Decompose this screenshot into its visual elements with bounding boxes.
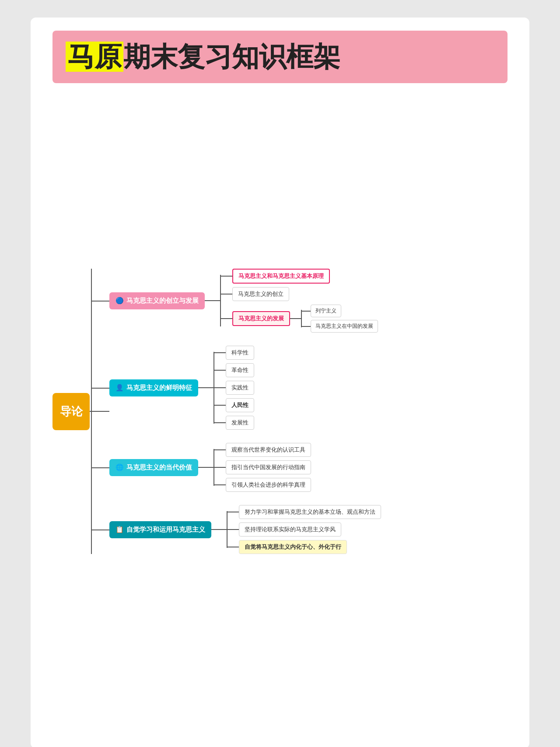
b2-l2-3: 实践性 <box>226 381 254 395</box>
b4-l2-2: 坚持理论联系实际的马克思主义学风 <box>239 523 341 537</box>
branch-1: 🔵 马克思主义的创立与发展 马克思主义和马克思主义基本原理 <box>109 269 508 333</box>
b1-l2-3: 马克思主义的发展 <box>232 311 290 326</box>
b1-l2-1: 马克思主义和马克思主义基本原理 <box>232 269 330 284</box>
b3-l2-items: 观察当代世界变化的认识工具 指引当代中国发展的行动指南 引领人类社会进步的科学真… <box>214 443 311 492</box>
b4-l2-3: 自觉将马克思主义内化于心、外化于行 <box>239 540 347 554</box>
b4-l2-items: 努力学习和掌握马克思主义的基本立场、观点和方法 坚持理论联系实际的马克思主义学风… <box>227 505 381 554</box>
branch-3: 🌐 马克思主义的当代价值 观察当代世界变化的认识工具 <box>109 443 508 492</box>
b1-l3-2: 马克思主义在中国的发展 <box>311 320 378 333</box>
l1-node-1: 🔵 马克思主义的创立与发展 <box>109 292 205 309</box>
b2-l2-1: 科学性 <box>226 346 254 360</box>
branch-2: 👤 马克思主义的鲜明特征 科学性 <box>109 346 508 430</box>
l1-node-2: 👤 马克思主义的鲜明特征 <box>109 379 198 396</box>
b2-l2-items: 科学性 革命性 实践性 <box>214 346 254 430</box>
b1-label: 马克思主义的创立与发展 <box>126 297 199 305</box>
b4-l2-1: 努力学习和掌握马克思主义的基本立场、观点和方法 <box>239 505 381 519</box>
b1-l3-row-2: 马克思主义在中国的发展 <box>301 320 378 333</box>
b4-icon: 📋 <box>116 526 124 533</box>
b2-l2-2: 革命性 <box>226 363 254 377</box>
b3-l2-2: 指引当代中国发展的行动指南 <box>226 460 311 474</box>
b2-l2-5: 发展性 <box>226 416 254 430</box>
branches-col: 🔵 马克思主义的创立与发展 马克思主义和马克思主义基本原理 <box>109 269 508 554</box>
b1-l2-2: 马克思主义的创立 <box>232 287 289 301</box>
mindmap-container: 导论 🔵 马克思主义的创立与发展 <box>52 101 508 722</box>
b2-icon: 👤 <box>116 384 124 392</box>
b1-l2-items: 马克思主义和马克思主义基本原理 马克思主义的创立 <box>220 269 378 333</box>
page-container: 马原期末复习知识框架 导论 🔵 马克思主义的创立与发展 <box>31 18 529 747</box>
header-banner: 马原期末复习知识框架 <box>52 31 508 83</box>
b3-icon: 🌐 <box>116 463 124 471</box>
b1-icon: 🔵 <box>116 297 124 305</box>
page-title: 马原期末复习知识框架 <box>66 39 494 75</box>
b2-l2-4: 人民性 <box>226 398 254 412</box>
b2-label: 马克思主义的鲜明特征 <box>126 384 192 392</box>
b3-label: 马克思主义的当代价值 <box>126 463 192 472</box>
b4-label: 自觉学习和运用马克思主义 <box>126 526 205 534</box>
branch-4: 📋 自觉学习和运用马克思主义 努力学习和掌握马克思主义的基本立场、观点和方法 <box>109 505 508 554</box>
b3-l2-3: 引领人类社会进步的科学真理 <box>226 478 311 492</box>
b1-l2-row-3: 马克思主义的发展 列宁主义 <box>220 305 378 333</box>
b2-l2-area: 科学性 革命性 实践性 <box>198 346 254 430</box>
b1-l3-row-1: 列宁主义 <box>301 305 378 317</box>
b1-hline <box>205 300 220 301</box>
root-node: 导论 <box>52 393 90 430</box>
b3-l2-area: 观察当代世界变化的认识工具 指引当代中国发展的行动指南 引领人类社会进步的科学真… <box>198 443 311 492</box>
b1-l2-row-2: 马克思主义的创立 <box>220 287 378 301</box>
b1-l3-items: 列宁主义 马克思主义在中国的发展 <box>301 305 378 333</box>
root-hline <box>90 411 109 412</box>
l1-node-4: 📋 自觉学习和运用马克思主义 <box>109 521 211 538</box>
l1-node-3: 🌐 马克思主义的当代价值 <box>109 459 198 476</box>
b1-l2-area: 马克思主义和马克思主义基本原理 马克思主义的创立 <box>205 269 378 333</box>
b3-l2-1: 观察当代世界变化的认识工具 <box>226 443 311 457</box>
b1-l2-row-1: 马克思主义和马克思主义基本原理 <box>220 269 378 284</box>
b4-l2-area: 努力学习和掌握马克思主义的基本立场、观点和方法 坚持理论联系实际的马克思主义学风… <box>211 505 381 554</box>
b1-l3-1: 列宁主义 <box>311 305 341 317</box>
